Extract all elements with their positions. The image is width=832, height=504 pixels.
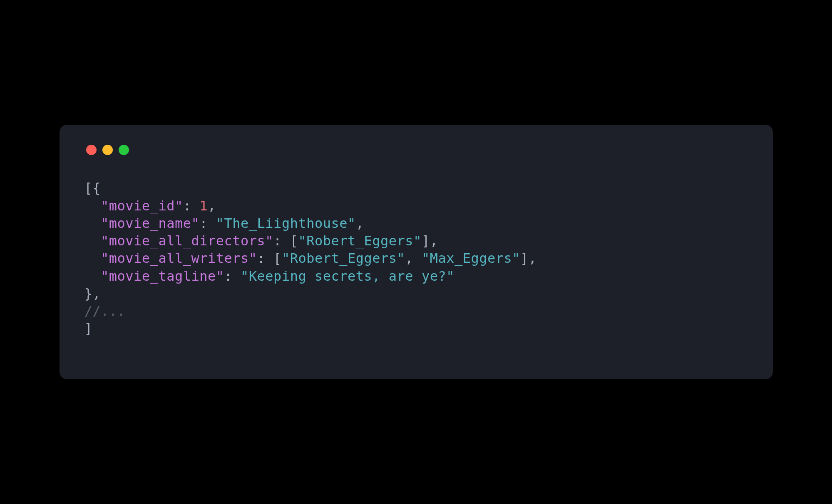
code-token: "movie_all_directors"	[101, 233, 273, 249]
code-token: "movie_id"	[101, 198, 183, 214]
code-token: "Robert_Eggers"	[298, 233, 421, 249]
code-token: "Robert_Eggers"	[282, 250, 405, 266]
code-token: ,	[356, 215, 364, 231]
code-token: "movie_tagline"	[101, 268, 224, 284]
window-controls	[84, 145, 748, 155]
code-token: },	[84, 286, 101, 301]
code-token: "Keeping secrets, are ye?"	[241, 268, 454, 284]
window-close-button[interactable]	[86, 145, 97, 155]
code-token: :	[183, 198, 200, 214]
code-token: ,	[208, 198, 216, 214]
code-token: ],	[422, 233, 438, 249]
code-token: "movie_name"	[101, 215, 199, 231]
code-token: : [	[273, 233, 298, 249]
code-token: :	[199, 215, 216, 231]
code-token: "The_Liighthouse"	[216, 215, 356, 231]
code-window: [{ "movie_id": 1, "movie_name": "The_Lii…	[60, 125, 773, 379]
window-minimize-button[interactable]	[102, 145, 113, 155]
code-token: : [	[257, 250, 282, 266]
code-content[interactable]: [{ "movie_id": 1, "movie_name": "The_Lii…	[84, 179, 748, 337]
window-maximize-button[interactable]	[119, 145, 129, 155]
code-token: "Max_Eggers"	[422, 250, 520, 266]
code-token: "movie_all_writers"	[101, 250, 257, 266]
code-token: //...	[84, 303, 126, 319]
code-token: [{	[84, 180, 101, 196]
code-token: ],	[520, 250, 537, 266]
code-token: ,	[405, 250, 422, 266]
code-token: ]	[84, 321, 93, 336]
code-token: 1	[199, 198, 208, 214]
code-token: :	[224, 268, 241, 284]
